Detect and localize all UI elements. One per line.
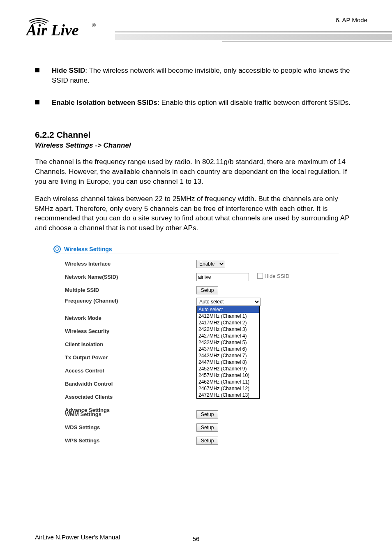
bullet-text: : The wireless network will become invis… bbox=[52, 67, 350, 84]
bullet-hide-ssid: Hide SSID: The wireless network will bec… bbox=[35, 66, 357, 86]
divider bbox=[53, 254, 339, 254]
frequency-option[interactable]: Auto select bbox=[197, 306, 259, 313]
label-network-mode: Network Mode bbox=[53, 315, 196, 321]
bullet-label: Enable Isolation between SSIDs bbox=[52, 99, 157, 106]
checkbox-icon[interactable] bbox=[257, 273, 263, 279]
label-access-control: Access Control bbox=[53, 368, 196, 374]
page-number: 56 bbox=[193, 535, 200, 542]
panel-title: Wireless Settings bbox=[64, 246, 112, 252]
hide-ssid-label: Hide SSID bbox=[265, 273, 290, 279]
label-wps-settings: WPS Settings bbox=[53, 437, 196, 444]
label-wireless-interface: Wireless Interface bbox=[53, 261, 196, 267]
bullet-enable-isolation: Enable Isolation between SSIDs: Enable t… bbox=[35, 98, 357, 108]
wmm-setup-button[interactable]: Setup bbox=[196, 410, 218, 419]
frequency-option[interactable]: 2472MHz (Channel 13) bbox=[197, 392, 259, 398]
label-tx-output-power: Tx Output Power bbox=[53, 354, 196, 361]
row-wireless-interface: Wireless Interface Enable bbox=[53, 257, 339, 271]
panel-header: Wireless Settings bbox=[53, 245, 339, 253]
page-footer: AirLive N.Power User's Manual 56 bbox=[35, 534, 357, 541]
row-multiple-ssid: Multiple SSID Setup bbox=[53, 284, 339, 297]
wds-setup-button[interactable]: Setup bbox=[196, 423, 218, 432]
gear-icon bbox=[53, 245, 61, 253]
wps-setup-button[interactable]: Setup bbox=[196, 437, 218, 445]
page-header: Air Live ® 6. AP Mode bbox=[0, 0, 392, 45]
row-wds-settings: WDS Settings Setup bbox=[53, 421, 339, 434]
header-rule bbox=[115, 31, 392, 42]
chapter-label: 6. AP Mode bbox=[336, 16, 367, 23]
frequency-option[interactable]: 2457MHz (Channel 10) bbox=[197, 372, 259, 379]
svg-text:®: ® bbox=[92, 23, 96, 28]
frequency-select[interactable]: Auto select bbox=[196, 298, 261, 306]
multiple-ssid-setup-button[interactable]: Setup bbox=[196, 286, 218, 294]
section-breadcrumb: Wireless Settings -> Channel bbox=[35, 141, 357, 150]
frequency-option[interactable]: 2447MHz (Channel 8) bbox=[197, 359, 259, 365]
frequency-option[interactable]: 2437MHz (Channel 6) bbox=[197, 346, 259, 352]
square-bullet-icon bbox=[35, 100, 39, 104]
paragraph: Each wireless channel takes between 22 t… bbox=[35, 194, 357, 233]
label-bandwidth-control: Bandwidth Control bbox=[53, 381, 196, 387]
frequency-option[interactable]: 2412MHz (Channel 1) bbox=[197, 313, 259, 319]
label-multiple-ssid: Multiple SSID bbox=[53, 287, 196, 293]
frequency-option[interactable]: 2417MHz (Channel 2) bbox=[197, 319, 259, 326]
label-associated-clients: Associated Clients bbox=[53, 394, 196, 400]
paragraph: The channel is the frequency range used … bbox=[35, 157, 357, 186]
svg-text:Air Live: Air Live bbox=[26, 21, 79, 36]
label-wds-settings: WDS Settings bbox=[53, 424, 196, 430]
brand-logo: Air Live ® bbox=[26, 15, 108, 38]
hide-ssid-checkbox-wrap[interactable]: Hide SSID bbox=[257, 273, 290, 279]
frequency-options-list[interactable]: Auto select2412MHz (Channel 1)2417MHz (C… bbox=[196, 306, 260, 399]
label-advance-settings: Advance Settings bbox=[53, 407, 196, 413]
label-network-name: Network Name(SSID) bbox=[53, 274, 196, 280]
square-bullet-icon bbox=[35, 68, 39, 72]
bullet-text: : Enable this option will disable traffi… bbox=[157, 99, 350, 106]
manual-title: AirLive N.Power User's Manual bbox=[35, 534, 120, 541]
wireless-interface-select[interactable]: Enable bbox=[196, 260, 225, 268]
wireless-settings-panel: Wireless Settings Wireless Interface Ena… bbox=[53, 245, 339, 447]
frequency-option[interactable]: 2442MHz (Channel 7) bbox=[197, 352, 259, 359]
frequency-option[interactable]: 2462MHz (Channel 11) bbox=[197, 379, 259, 385]
ssid-input[interactable] bbox=[196, 273, 249, 281]
frequency-option[interactable]: 2452MHz (Channel 9) bbox=[197, 365, 259, 372]
section-heading: 6.2.2 Channel bbox=[35, 130, 357, 140]
page-content: Hide SSID: The wireless network will bec… bbox=[0, 66, 392, 447]
bullet-label: Hide SSID bbox=[52, 67, 85, 74]
label-wireless-security: Wireless Security bbox=[53, 328, 196, 334]
frequency-option[interactable]: 2427MHz (Channel 4) bbox=[197, 333, 259, 339]
label-client-isolation: Client Isolation bbox=[53, 341, 196, 347]
row-network-name: Network Name(SSID) Hide SSID bbox=[53, 271, 339, 284]
label-frequency: Frequency (Channel) bbox=[53, 298, 196, 304]
frequency-option[interactable]: 2422MHz (Channel 3) bbox=[197, 326, 259, 333]
frequency-option[interactable]: 2432MHz (Channel 5) bbox=[197, 339, 259, 346]
frequency-option[interactable]: 2467MHz (Channel 12) bbox=[197, 385, 259, 392]
airlive-logo-svg: Air Live ® bbox=[26, 15, 108, 36]
row-wps-settings: WPS Settings Setup bbox=[53, 434, 339, 447]
